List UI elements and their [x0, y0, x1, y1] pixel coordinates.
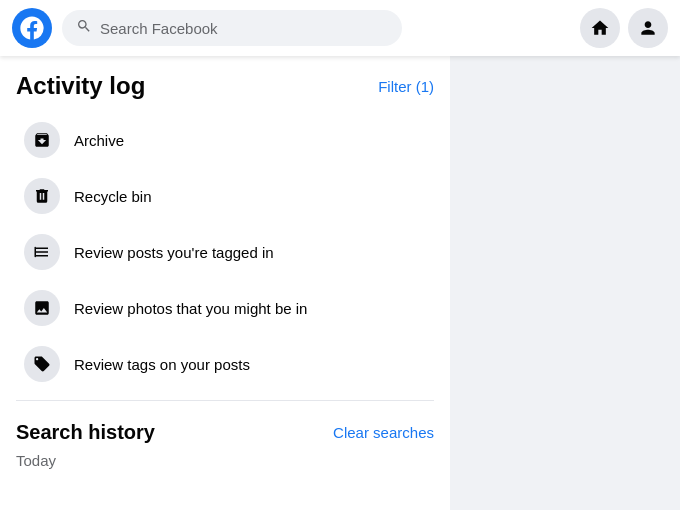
tag-icon [24, 346, 60, 382]
review-tags-label: Review tags on your posts [74, 356, 250, 373]
clear-searches-button[interactable]: Clear searches [333, 424, 434, 441]
tag-post-icon [24, 234, 60, 270]
header-right [580, 8, 668, 48]
filter-button[interactable]: Filter (1) [378, 78, 434, 95]
activity-log-header: Activity log Filter (1) [0, 72, 450, 112]
archive-item[interactable]: Archive [8, 112, 442, 168]
review-tagged-item[interactable]: Review posts you're tagged in [8, 224, 442, 280]
review-photos-item[interactable]: Review photos that you might be in [8, 280, 442, 336]
trash-icon [24, 178, 60, 214]
photo-icon [24, 290, 60, 326]
activity-log-title: Activity log [16, 72, 145, 100]
search-placeholder: Search Facebook [100, 20, 218, 37]
recycle-bin-label: Recycle bin [74, 188, 152, 205]
search-bar[interactable]: Search Facebook [62, 10, 402, 46]
left-panel: Activity log Filter (1) Archive Recycle … [0, 56, 450, 510]
archive-icon [24, 122, 60, 158]
today-label: Today [0, 448, 450, 473]
profile-button[interactable] [628, 8, 668, 48]
svg-point-1 [38, 304, 40, 306]
search-history-title: Search history [16, 421, 155, 444]
archive-label: Archive [74, 132, 124, 149]
divider [16, 400, 434, 401]
facebook-logo[interactable] [12, 8, 52, 48]
search-history-header: Search history Clear searches [0, 409, 450, 448]
review-tags-item[interactable]: Review tags on your posts [8, 336, 442, 392]
review-tagged-label: Review posts you're tagged in [74, 244, 274, 261]
recycle-bin-item[interactable]: Recycle bin [8, 168, 442, 224]
search-icon [76, 18, 92, 38]
right-panel [450, 56, 680, 510]
review-photos-label: Review photos that you might be in [74, 300, 307, 317]
main-layout: Activity log Filter (1) Archive Recycle … [0, 56, 680, 510]
home-button[interactable] [580, 8, 620, 48]
header: Search Facebook [0, 0, 680, 56]
svg-rect-0 [35, 247, 37, 258]
